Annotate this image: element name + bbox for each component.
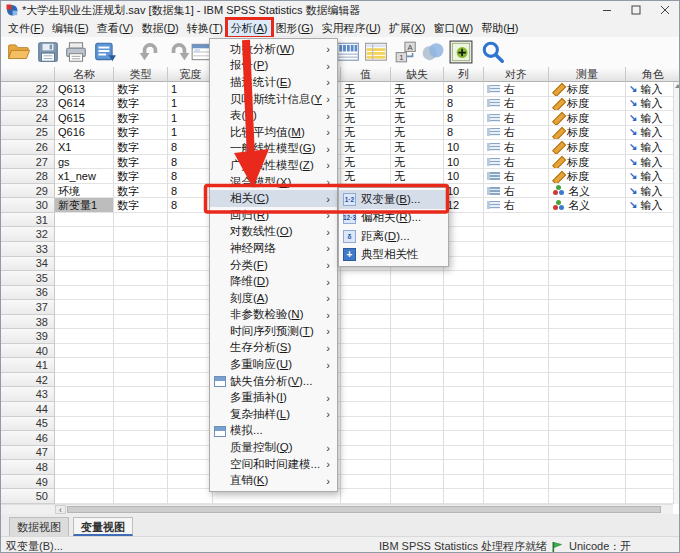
cell-name[interactable]: [55, 300, 114, 315]
analyze-menu-item[interactable]: 复杂抽样(L)›: [210, 406, 337, 423]
menubar-item-extensions[interactable]: 扩展(X): [385, 19, 430, 37]
menubar-item-window[interactable]: 窗口(W): [429, 19, 477, 37]
maximize-button[interactable]: [621, 1, 650, 19]
cell-measure[interactable]: [549, 344, 626, 359]
cell-role[interactable]: [626, 257, 680, 272]
cell-name[interactable]: [55, 446, 114, 461]
cell-missing[interactable]: [391, 387, 444, 402]
cell-width[interactable]: [168, 329, 213, 344]
cell-measure[interactable]: [549, 358, 626, 373]
analyze-menu-item[interactable]: 直销(K)›: [210, 472, 337, 489]
cell-width[interactable]: [168, 373, 213, 388]
analyze-menu-item[interactable]: 功效分析(W)›: [210, 41, 337, 58]
cell-measure[interactable]: 标度: [549, 169, 626, 184]
cell-role[interactable]: [626, 271, 680, 286]
cell-width[interactable]: [168, 475, 213, 490]
insert-variable-icon[interactable]: A 1: [394, 40, 418, 64]
cell-type[interactable]: [114, 446, 168, 461]
cell-measure[interactable]: [549, 460, 626, 475]
cell-align[interactable]: [484, 315, 549, 330]
cell-name[interactable]: Q616: [55, 126, 114, 141]
cell-role[interactable]: [626, 300, 680, 315]
menubar-item-analyze[interactable]: 分析(A): [227, 19, 272, 37]
cell-missing[interactable]: 无: [391, 155, 444, 170]
analyze-menu-item[interactable]: 广义线性模型(Z)›: [210, 157, 337, 174]
cell-name[interactable]: [55, 213, 114, 228]
cell-role[interactable]: ↘输入: [626, 198, 680, 213]
analyze-menu-item[interactable]: 表(B)›: [210, 107, 337, 124]
cell-name[interactable]: [55, 286, 114, 301]
analyze-menu-item[interactable]: 降维(D)›: [210, 273, 337, 290]
cell-values[interactable]: [341, 475, 391, 490]
row-number[interactable]: 27: [1, 155, 55, 170]
column-header-blank[interactable]: [1, 67, 55, 82]
cell-measure[interactable]: [549, 373, 626, 388]
column-header-name[interactable]: 名称: [55, 67, 114, 82]
cell-name[interactable]: X1: [55, 140, 114, 155]
analyze-menu-item[interactable]: 回归(R)›: [210, 207, 337, 224]
value-labels-icon[interactable]: [364, 40, 388, 64]
cell-align[interactable]: [484, 213, 549, 228]
cell-width[interactable]: 8: [168, 184, 213, 199]
cell-align[interactable]: [484, 358, 549, 373]
cell-type[interactable]: [114, 373, 168, 388]
redo-icon[interactable]: [167, 40, 191, 64]
undo-icon[interactable]: [138, 40, 162, 64]
cell-measure[interactable]: [549, 315, 626, 330]
analyze-menu-item[interactable]: 比较平均值(M)›: [210, 124, 337, 141]
cell-width[interactable]: 1: [168, 111, 213, 126]
menubar-item-view[interactable]: 查看(V): [93, 19, 138, 37]
cell-measure[interactable]: 标度: [549, 97, 626, 112]
cell-width[interactable]: [168, 315, 213, 330]
cell-values[interactable]: [341, 446, 391, 461]
cell-align[interactable]: [484, 460, 549, 475]
cell-measure[interactable]: 标度: [549, 111, 626, 126]
cell-type[interactable]: [114, 286, 168, 301]
cell-role[interactable]: ↘输入: [626, 126, 680, 141]
cell-align[interactable]: 右: [484, 82, 549, 97]
cell-align[interactable]: 右: [484, 184, 549, 199]
scroll-left-icon[interactable]: ‹: [55, 505, 66, 514]
menubar-item-edit[interactable]: 编辑(E): [48, 19, 93, 37]
cell-columns[interactable]: [444, 417, 484, 432]
cell-name[interactable]: 新变量1: [55, 198, 114, 213]
cell-columns[interactable]: [444, 257, 484, 272]
column-header-missing[interactable]: 缺失: [391, 67, 444, 82]
column-header-values[interactable]: 值: [341, 67, 391, 82]
column-header-measure[interactable]: 测量: [549, 67, 626, 82]
menubar-item-transform[interactable]: 转换(T): [183, 19, 227, 37]
cell-align[interactable]: [484, 417, 549, 432]
cell-type[interactable]: [114, 431, 168, 446]
cell-width[interactable]: [168, 446, 213, 461]
cell-role[interactable]: [626, 286, 680, 301]
cell-align[interactable]: [484, 329, 549, 344]
cell-missing[interactable]: [391, 417, 444, 432]
cell-type[interactable]: [114, 315, 168, 330]
cell-align[interactable]: [484, 431, 549, 446]
cell-measure[interactable]: [549, 329, 626, 344]
cell-name[interactable]: [55, 387, 114, 402]
cell-role[interactable]: ↘输入: [626, 97, 680, 112]
cell-role[interactable]: [626, 373, 680, 388]
cell-name[interactable]: x1_new: [55, 169, 114, 184]
cell-type[interactable]: [114, 417, 168, 432]
row-number[interactable]: 45: [1, 417, 55, 432]
cell-role[interactable]: ↘输入: [626, 169, 680, 184]
cell-type[interactable]: [114, 271, 168, 286]
cell-align[interactable]: [484, 271, 549, 286]
cell-width[interactable]: [168, 213, 213, 228]
cell-width[interactable]: [168, 431, 213, 446]
tab-variable-view[interactable]: 变量视图: [73, 517, 133, 536]
cell-missing[interactable]: [391, 300, 444, 315]
cell-measure[interactable]: [549, 300, 626, 315]
cell-type[interactable]: 数字: [114, 126, 168, 141]
analyze-menu-item[interactable]: 时间序列预测(T)›: [210, 323, 337, 340]
cell-type[interactable]: [114, 329, 168, 344]
row-number[interactable]: 24: [1, 111, 55, 126]
column-header-role[interactable]: 角色: [626, 67, 680, 82]
cell-missing[interactable]: [391, 373, 444, 388]
cell-align[interactable]: 右: [484, 111, 549, 126]
menubar-item-utilities[interactable]: 实用程序(U): [317, 19, 384, 37]
row-number[interactable]: 44: [1, 402, 55, 417]
variables-icon[interactable]: [336, 40, 360, 64]
